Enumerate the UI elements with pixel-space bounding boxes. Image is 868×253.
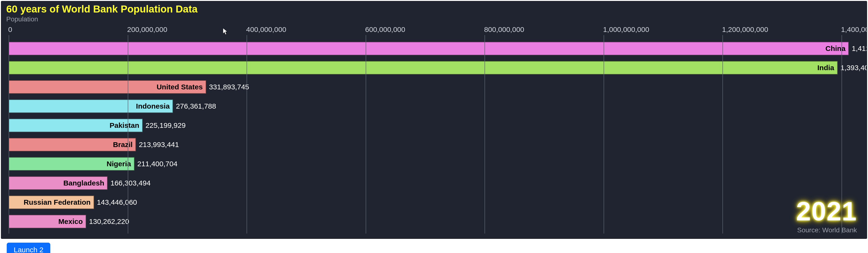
bar-country-label: Pakistan [110, 121, 139, 130]
bar-row: Indonesia276,361,788 [9, 98, 859, 115]
bar-value-label: 331,893,745 [209, 83, 249, 91]
bar-country-label: Nigeria [106, 160, 131, 168]
bar[interactable]: Nigeria [9, 157, 134, 171]
x-axis-tick-label: 1,200,000,000 [722, 26, 768, 34]
bar-country-label: Indonesia [136, 102, 169, 110]
chart-title: 60 years of World Bank Population Data [1, 1, 867, 15]
bar-country-label: Brazil [113, 141, 132, 149]
bar-value-label: 130,262,220 [89, 217, 129, 226]
bar-row: Russian Federation143,446,060 [9, 194, 859, 211]
x-axis-tick-row: 0200,000,000400,000,000600,000,000800,00… [9, 26, 859, 35]
bar-country-label: India [817, 64, 834, 72]
x-axis-gridline [603, 35, 604, 233]
bar-row: Pakistan225,199,929 [9, 117, 859, 134]
bar-row: India1,393,409,033 [9, 59, 859, 76]
x-axis-tick-label: 800,000,000 [484, 26, 524, 34]
bar[interactable]: Mexico [9, 215, 86, 228]
bar-value-label: 276,361,788 [176, 102, 216, 110]
chart-panel: 60 years of World Bank Population Data P… [1, 1, 867, 239]
bar-value-label: 166,303,494 [111, 179, 151, 187]
x-axis-tick-label: 600,000,000 [365, 26, 405, 34]
bar-row: United States331,893,745 [9, 78, 859, 96]
x-axis-gridline [722, 35, 723, 233]
x-axis-gridline [9, 35, 9, 233]
x-axis-tick-label: 200,000,000 [127, 26, 167, 34]
source-label: Source: World Bank [797, 226, 857, 234]
bar-value-label: 211,400,704 [137, 160, 178, 168]
bar-country-label: China [826, 44, 845, 52]
plot-area: 0200,000,000400,000,000600,000,000800,00… [9, 26, 859, 233]
bar[interactable]: India [9, 61, 838, 74]
year-annotation: 2021 [796, 196, 857, 226]
bar-value-label: 1,393,409,033 [841, 64, 867, 72]
bar-row: China1,412,360,000 [9, 40, 859, 57]
bar-value-label: 225,199,929 [146, 121, 186, 130]
x-axis-gridline [366, 35, 366, 233]
bar-value-label: 1,412,360,000 [851, 44, 867, 52]
x-axis-tick-label: 400,000,000 [246, 26, 286, 34]
bar-row: Brazil213,993,441 [9, 136, 859, 153]
launch-button[interactable]: Launch 2 [7, 243, 50, 253]
bar[interactable]: Brazil [9, 138, 136, 151]
bar-row: Mexico130,262,220 [9, 213, 859, 230]
x-axis-gridline [247, 35, 247, 233]
x-axis-tick-label: 1,400,000,000 [841, 26, 867, 34]
bar[interactable]: Bangladesh [9, 176, 107, 190]
bar[interactable]: United States [9, 80, 206, 94]
bar[interactable]: Pakistan [9, 119, 143, 132]
x-axis-gridline [485, 35, 485, 233]
bar-row: Nigeria211,400,704 [9, 155, 859, 173]
bar[interactable]: Indonesia [9, 100, 173, 113]
bar-row: Bangladesh166,303,494 [9, 174, 859, 192]
bar-country-label: Mexico [58, 217, 83, 226]
bar-country-label: United States [157, 83, 203, 91]
bar-value-label: 143,446,060 [97, 198, 137, 206]
x-axis-label: Population [1, 15, 867, 23]
bars-area: China1,412,360,000India1,393,409,033Unit… [9, 40, 859, 233]
bar-country-label: Bangladesh [63, 179, 104, 187]
x-axis-gridline [128, 35, 128, 233]
launch-row: Launch 2 [0, 240, 868, 253]
x-axis-tick-label: 0 [8, 26, 12, 34]
x-axis-tick-label: 1,000,000,000 [603, 26, 649, 34]
bar[interactable]: Russian Federation [9, 195, 94, 209]
bar-country-label: Russian Federation [24, 198, 90, 206]
bar-value-label: 213,993,441 [139, 141, 179, 149]
